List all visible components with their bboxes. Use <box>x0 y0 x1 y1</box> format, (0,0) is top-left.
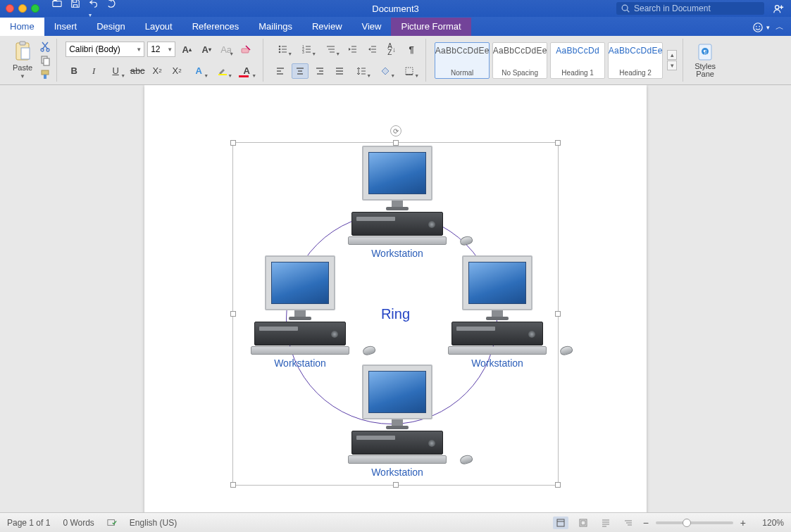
zoom-slider[interactable] <box>656 521 733 524</box>
tab-layout[interactable]: Layout <box>135 18 182 36</box>
change-case-button[interactable]: Aa▼ <box>218 42 235 57</box>
status-language[interactable]: English (US) <box>130 518 177 528</box>
workstation-right: Workstation <box>437 255 557 369</box>
cut-button[interactable] <box>39 41 51 52</box>
page: ⟳ Ring Workstation Workstat <box>144 85 647 512</box>
search-input[interactable]: Search in Document <box>616 2 764 15</box>
clear-formatting-button[interactable] <box>237 42 254 57</box>
zoom-window-button[interactable] <box>31 4 39 13</box>
qat-save-icon[interactable] <box>70 0 80 19</box>
paste-label: Paste <box>13 63 32 72</box>
zoom-out-button[interactable]: − <box>643 517 649 528</box>
font-size-combo[interactable]: 12▼ <box>147 42 175 57</box>
document-title: Document3 <box>372 4 418 14</box>
svg-point-11 <box>46 49 49 51</box>
tab-review[interactable]: Review <box>302 18 352 36</box>
view-focus-button[interactable] <box>575 517 591 529</box>
underline-button[interactable]: U▼ <box>105 63 126 79</box>
style-gallery-scroll[interactable]: ▴▾ <box>667 50 677 70</box>
view-web-layout-button[interactable] <box>598 517 614 529</box>
svg-line-2 <box>627 10 629 12</box>
minimize-window-button[interactable] <box>18 4 27 13</box>
bold-button[interactable]: B <box>66 63 82 79</box>
svg-rect-60 <box>557 519 564 526</box>
status-page[interactable]: Page 1 of 1 <box>7 518 50 528</box>
increase-indent-button[interactable] <box>363 42 380 57</box>
copy-button[interactable] <box>39 55 51 66</box>
svg-point-3 <box>776 6 779 9</box>
close-window-button[interactable] <box>6 4 14 13</box>
workstation-top: Workstation <box>337 146 457 259</box>
numbering-button[interactable]: 123▼ <box>296 42 317 57</box>
decrease-indent-button[interactable] <box>344 42 361 57</box>
clipboard-icon <box>13 41 32 62</box>
styles-pane-button[interactable]: ¶ Styles Pane <box>692 43 718 78</box>
svg-point-18 <box>279 46 281 48</box>
tab-view[interactable]: View <box>352 18 392 36</box>
tab-mailings[interactable]: Mailings <box>249 18 302 36</box>
superscript-button[interactable]: X2 <box>168 63 185 79</box>
highlight-button[interactable]: ▼ <box>212 63 233 79</box>
style-heading-2[interactable]: AaBbCcDdEeHeading 2 <box>608 42 663 79</box>
share-icon[interactable] <box>773 3 784 14</box>
text-effects-button[interactable]: A▼ <box>188 63 209 79</box>
tab-insert[interactable]: Insert <box>44 18 87 36</box>
italic-button[interactable]: I <box>85 63 102 79</box>
qat-undo-icon[interactable]: ▾ <box>89 0 99 19</box>
svg-rect-63 <box>581 521 585 525</box>
tab-design[interactable]: Design <box>87 18 135 36</box>
style-no-spacing[interactable]: AaBbCcDdEeNo Spacing <box>492 42 547 79</box>
zoom-in-button[interactable]: + <box>740 517 746 528</box>
paste-button[interactable]: Paste ▼ <box>10 41 35 80</box>
zoom-value[interactable]: 120% <box>753 518 784 528</box>
subscript-button[interactable]: X2 <box>149 63 166 79</box>
align-center-button[interactable] <box>292 63 309 79</box>
status-wordcount[interactable]: 0 Words <box>63 518 94 528</box>
view-outline-button[interactable] <box>621 517 636 529</box>
ring-label: Ring <box>381 306 410 322</box>
svg-rect-8 <box>20 42 25 45</box>
rotate-handle[interactable]: ⟳ <box>390 125 401 137</box>
window-controls <box>6 4 39 13</box>
tab-home[interactable]: Home <box>0 18 44 36</box>
format-painter-button[interactable] <box>39 69 51 80</box>
group-clipboard: Paste ▼ <box>4 39 57 82</box>
align-right-button[interactable] <box>311 63 328 79</box>
group-styles-pane: ¶ Styles Pane <box>686 39 724 82</box>
align-left-button[interactable] <box>272 63 289 79</box>
line-spacing-button[interactable]: ▼ <box>351 63 372 79</box>
multilevel-list-button[interactable]: ▼ <box>320 42 341 57</box>
svg-rect-14 <box>42 70 49 75</box>
style-heading-1[interactable]: AaBbCcDdHeading 1 <box>550 42 605 79</box>
svg-rect-13 <box>44 58 49 65</box>
svg-rect-9 <box>21 48 30 59</box>
feedback-button[interactable]: ▾ <box>752 22 770 36</box>
tab-picture-format[interactable]: Picture Format <box>391 18 471 36</box>
ribbon: Paste ▼ Calibri (Body)▼ 12▼ A▴ A▾ Aa▼ B … <box>0 36 791 85</box>
borders-button[interactable]: ▼ <box>399 63 420 79</box>
status-spellcheck-icon[interactable] <box>107 518 117 528</box>
svg-rect-0 <box>53 1 61 6</box>
sort-button[interactable]: AZ↓ <box>383 42 400 57</box>
svg-rect-16 <box>242 49 249 53</box>
bullets-button[interactable]: ▼ <box>272 42 293 57</box>
qat-redo-icon[interactable] <box>107 0 117 19</box>
shading-button[interactable]: ▼ <box>375 63 396 79</box>
tab-references[interactable]: References <box>182 18 249 36</box>
shrink-font-button[interactable]: A▾ <box>198 42 215 57</box>
font-name-combo[interactable]: Calibri (Body)▼ <box>66 42 144 57</box>
picture-selection[interactable]: ⟳ Ring Workstation Workstat <box>232 142 559 486</box>
svg-point-10 <box>41 49 44 51</box>
view-print-layout-button[interactable] <box>553 517 568 529</box>
document-canvas[interactable]: ⟳ Ring Workstation Workstat <box>0 85 791 512</box>
collapse-ribbon-button[interactable]: ︿ <box>776 21 784 36</box>
style-normal[interactable]: AaBbCcDdEeNormal <box>435 42 490 79</box>
workstation-left: Workstation <box>240 255 360 369</box>
font-color-button[interactable]: A▼ <box>236 63 257 79</box>
strikethrough-button[interactable]: abc <box>129 63 146 79</box>
show-marks-button[interactable]: ¶ <box>403 42 420 57</box>
grow-font-button[interactable]: A▴ <box>178 42 195 57</box>
search-placeholder: Search in Document <box>634 4 711 13</box>
qat-folder-icon[interactable] <box>52 0 62 19</box>
justify-button[interactable] <box>331 63 348 79</box>
